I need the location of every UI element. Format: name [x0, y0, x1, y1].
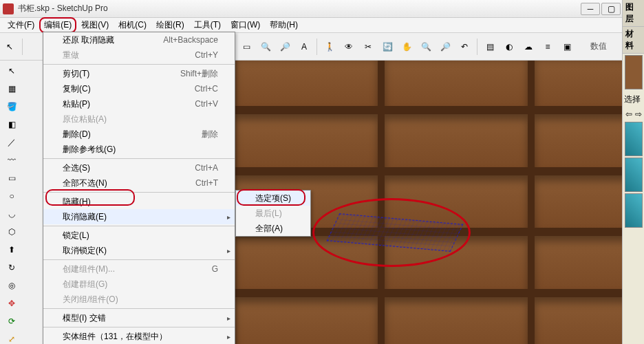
- menu-2[interactable]: 视图(V): [76, 17, 114, 33]
- walk-icon[interactable]: 🚶: [321, 39, 338, 55]
- titlebar: 书柜.skp - SketchUp Pro ─ ▢ ✕: [0, 0, 644, 18]
- layers-icon[interactable]: ▤: [482, 39, 498, 55]
- annotation-oval: [312, 198, 471, 267]
- menuitem[interactable]: 锁定(L): [43, 228, 235, 243]
- menu-4[interactable]: 绘图(R): [151, 17, 189, 33]
- line-icon[interactable]: ／: [2, 134, 21, 151]
- menu-5[interactable]: 工具(T): [189, 17, 226, 33]
- submenu-item[interactable]: 选定项(S): [236, 191, 310, 206]
- move-icon[interactable]: ✥: [2, 295, 21, 312]
- material-swatch-water3[interactable]: [625, 193, 643, 228]
- zoom3-icon[interactable]: 🔎: [437, 39, 453, 55]
- follow-icon[interactable]: ↻: [2, 259, 21, 276]
- unhide-submenu: 选定项(S)最后(L)全部(A): [235, 190, 311, 237]
- component-icon[interactable]: ▦: [2, 80, 21, 97]
- panel-layers-title[interactable]: 图层: [623, 0, 644, 27]
- paint-icon[interactable]: 🪣: [2, 98, 21, 115]
- menuitem[interactable]: 还原 取消隐藏Alt+Backspace: [43, 32, 235, 47]
- panel-materials-title[interactable]: 材料: [623, 27, 644, 54]
- eraser-icon[interactable]: ◧: [2, 116, 21, 133]
- menuitem[interactable]: 实体组件（131，在模型中）: [43, 329, 235, 344]
- outliner-icon[interactable]: ≡: [539, 39, 556, 55]
- look-icon[interactable]: 👁: [341, 39, 357, 55]
- offset-icon[interactable]: ◎: [2, 277, 21, 294]
- select-tool-icon[interactable]: ↖: [1, 39, 18, 55]
- pan-icon[interactable]: ✋: [398, 39, 415, 55]
- menuitem[interactable]: 剪切(T)Shift+删除: [43, 66, 235, 81]
- zoom2-icon[interactable]: 🔍: [418, 39, 434, 55]
- prev-icon[interactable]: ↶: [456, 39, 473, 55]
- window-title: 书柜.skp - SketchUp Pro: [18, 3, 579, 14]
- submenu-item[interactable]: 全部(A): [236, 221, 310, 236]
- menu-1[interactable]: 编辑(E): [39, 17, 76, 33]
- maximize-button[interactable]: ▢: [601, 3, 621, 15]
- menuitem[interactable]: 模型(I) 交错: [43, 310, 235, 325]
- menuitem[interactable]: 全部不选(N)Ctrl+T: [43, 175, 235, 191]
- minimize-button[interactable]: ─: [581, 3, 600, 15]
- front-view-icon[interactable]: ▭: [238, 39, 255, 55]
- zoom-ext-icon[interactable]: 🔎: [277, 39, 293, 55]
- menuitem[interactable]: 全选(S)Ctrl+A: [43, 160, 235, 175]
- vcb-label: 数值: [590, 41, 607, 52]
- menubar: 文件(F)编辑(E)视图(V)相机(C)绘图(R)工具(T)窗口(W)帮助(H): [0, 18, 644, 33]
- menuitem[interactable]: 取消锁定(K): [43, 243, 235, 258]
- scenes-icon[interactable]: ▣: [559, 39, 575, 55]
- style-icon[interactable]: A: [296, 39, 312, 55]
- panel-select-title: 选择: [623, 91, 644, 108]
- select-icon[interactable]: ↖: [2, 63, 21, 79]
- select-nav: ⇦ ⇨: [623, 108, 644, 120]
- arc-icon[interactable]: ◡: [2, 206, 21, 222]
- section-icon[interactable]: ✂: [360, 39, 376, 55]
- rotate-icon[interactable]: ⟳: [2, 313, 21, 330]
- menuitem[interactable]: 隐藏(H): [43, 194, 235, 209]
- menu-6[interactable]: 窗口(W): [226, 17, 265, 33]
- left-toolbar: ↖ ▦ 🪣 ◧ ／ 〰 ▭ ○ ◡ ⬡ ⬆ ↻ ◎ ✥ ⟳ ⤢ 📏 ◐ ↔ A¹…: [0, 61, 44, 344]
- menuitem[interactable]: 复制(C)Ctrl+C: [43, 81, 235, 96]
- shadow-icon[interactable]: ◐: [501, 39, 517, 55]
- material-swatch-water2[interactable]: [625, 158, 643, 192]
- menuitem: 重做Ctrl+Y: [43, 47, 235, 63]
- freehand-icon[interactable]: 〰: [2, 152, 21, 169]
- menuitem[interactable]: 删除参考线(G): [43, 142, 235, 157]
- menuitem[interactable]: 删除(D)删除: [43, 127, 235, 142]
- menu-7[interactable]: 帮助(H): [265, 17, 303, 33]
- menuitem: 关闭组/组件(O): [43, 292, 235, 307]
- menu-0[interactable]: 文件(F): [3, 17, 39, 33]
- menuitem[interactable]: 取消隐藏(E): [43, 209, 235, 224]
- orbit-icon[interactable]: 🔄: [379, 39, 396, 55]
- material-swatch-water1[interactable]: [625, 122, 643, 156]
- menuitem: 创建组件(M)...G: [43, 261, 235, 277]
- menuitem[interactable]: 粘贴(P)Ctrl+V: [43, 96, 235, 111]
- rect-icon[interactable]: ▭: [2, 170, 21, 186]
- menu-3[interactable]: 相机(C): [114, 17, 151, 33]
- push-icon[interactable]: ⬆: [2, 241, 21, 258]
- prev-icon[interactable]: ⇦: [625, 109, 632, 119]
- polygon-icon[interactable]: ⬡: [2, 224, 21, 240]
- circle-icon[interactable]: ○: [2, 188, 21, 204]
- material-swatch-wood[interactable]: [625, 55, 643, 89]
- menuitem: 创建群组(G): [43, 277, 235, 292]
- next-icon[interactable]: ⇨: [635, 109, 642, 119]
- app-icon: [3, 3, 14, 14]
- menuitem: 原位粘贴(A): [43, 111, 235, 127]
- submenu-item: 最后(L): [236, 206, 310, 221]
- edit-menu: 还原 取消隐藏Alt+Backspace重做Ctrl+Y剪切(T)Shift+删…: [43, 32, 235, 344]
- zoom-icon[interactable]: 🔍: [257, 39, 274, 55]
- fog-icon[interactable]: ☁: [520, 39, 537, 55]
- right-panels: 图层 材料 选择 ⇦ ⇨: [622, 0, 644, 344]
- scale-icon[interactable]: ⤢: [2, 331, 21, 344]
